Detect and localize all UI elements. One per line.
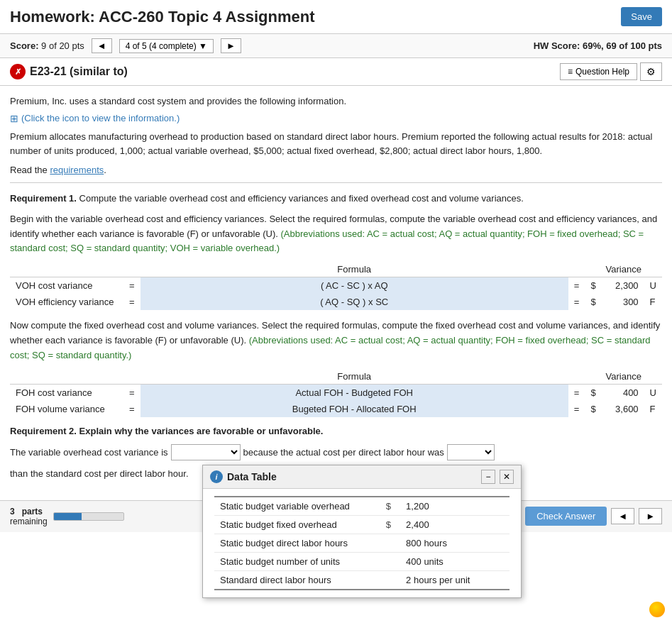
foh-cost-label: FOH cost variance [10, 384, 123, 401]
variance-header: Variance [585, 262, 662, 277]
modal-close-button[interactable]: ✕ [500, 470, 514, 484]
dt-val-1: 1,200 [400, 497, 509, 516]
modal-body: Static budget variable overhead $ 1,200 … [203, 489, 521, 532]
variance-type-select[interactable]: favorable unfavorable [171, 444, 241, 460]
page-title: Homework: ACC-260 Topic 4 Assignment [10, 8, 314, 26]
req2-title: Requirement 2. Explain why the variances… [10, 426, 662, 436]
req2-text2: because the actual cost per direct labor… [243, 443, 444, 462]
modal-title-area: i Data Table [210, 470, 277, 483]
remaining-label: remaining [10, 517, 48, 526]
next-question-button[interactable]: ► [221, 38, 241, 53]
dt-val-2: 2,400 [400, 516, 509, 532]
foh-variance-header: Variance [585, 369, 662, 385]
dt-label-2: Static budget fixed overhead [214, 516, 377, 532]
table-row: Static budget fixed overhead $ 2,400 [214, 516, 509, 532]
modal-minimize-button[interactable]: − [481, 470, 495, 484]
voh-table: Formula Variance VOH cost variance = ( A… [10, 262, 662, 310]
voh-cost-label: VOH cost variance [10, 277, 123, 294]
footer-right: Check Answer ◄ ► [525, 507, 662, 526]
score-label: Score: 9 of 20 pts [10, 40, 84, 51]
dt-sym-1: $ [377, 497, 400, 516]
table-row: FOH volume variance = Bugeted FOH - Allo… [10, 401, 662, 417]
foh-formula-header: Formula [141, 369, 568, 385]
hw-score: HW Score: 69%, 69 of 100 pts [534, 40, 662, 51]
footer-next-button[interactable]: ► [639, 508, 662, 524]
question-header: ✗ E23-21 (similar to) ≡ Question Help ⚙ [0, 58, 672, 86]
foh-table: Formula Variance FOH cost variance = Act… [10, 369, 662, 417]
score-left: Score: 9 of 20 pts ◄ 4 of 5 (4 complete)… [10, 38, 241, 53]
page-header: Homework: ACC-260 Topic 4 Assignment Sav… [0, 0, 672, 34]
prev-question-button[interactable]: ◄ [92, 38, 112, 53]
read-requirements: Read the requirements. [10, 165, 662, 175]
foh-cost-formula: Actual FOH - Budgeted FOH [141, 384, 568, 401]
settings-button[interactable]: ⚙ [640, 62, 662, 81]
parts-label: 3 parts [10, 507, 48, 517]
question-help-button[interactable]: ≡ Question Help [560, 63, 637, 80]
dt-label-1: Static budget variable overhead [214, 497, 377, 516]
question-id: ✗ E23-21 (similar to) [10, 64, 128, 79]
icon-link[interactable]: ⊞ (Click the icon to view the informatio… [10, 113, 662, 124]
modal-header: i Data Table − ✕ [203, 465, 521, 489]
progress-bar-fill [54, 513, 82, 520]
grid-icon: ⊞ [10, 113, 18, 124]
score-bar: Score: 9 of 20 pts ◄ 4 of 5 (4 complete)… [0, 34, 672, 58]
formula-header: Formula [141, 262, 568, 277]
req2-text1: The variable overhead cost variance is [10, 443, 168, 462]
question-header-right: ≡ Question Help ⚙ [560, 62, 662, 81]
progress-bar [53, 512, 124, 521]
modal-controls: − ✕ [481, 470, 514, 484]
actual-info-text: Premium allocates manufacturing overhead… [10, 130, 662, 160]
req2-text3: than the standard cost per direct labor … [10, 465, 189, 483]
data-table: Static budget variable overhead $ 1,200 … [214, 496, 509, 532]
table-row: Static budget variable overhead $ 1,200 [214, 497, 509, 516]
save-button[interactable]: Save [621, 7, 662, 26]
info-icon: i [210, 470, 223, 483]
voh-cost-formula: ( AC - SC ) x AQ [141, 277, 568, 294]
voh-eff-label: VOH efficiency variance [10, 294, 123, 310]
cost-comparison-select[interactable]: higher lower [447, 444, 495, 460]
foh-vol-label: FOH volume variance [10, 401, 123, 417]
footer-prev-button[interactable]: ◄ [611, 508, 634, 524]
foh-vol-formula: Bugeted FOH - Allocated FOH [141, 401, 568, 417]
table-row: FOH cost variance = Actual FOH - Budgete… [10, 384, 662, 401]
main-content: Premium, Inc. uses a standard cost syste… [0, 86, 672, 500]
table-row: VOH efficiency variance = ( AQ - SQ ) x … [10, 294, 662, 310]
requirements-link[interactable]: requirements [50, 165, 104, 175]
req1-title-line: Requirement 1. Compute the variable over… [10, 192, 662, 206]
table-row: VOH cost variance = ( AC - SC ) x AQ = $… [10, 277, 662, 294]
list-icon: ≡ [568, 67, 573, 77]
icon-link-text: (Click the icon to view the information.… [21, 113, 180, 123]
requirement-1: Requirement 1. Compute the variable over… [10, 192, 662, 417]
req1-begin-text: Begin with the variable overhead cost an… [10, 212, 662, 256]
question-id-text: E23-21 (similar to) [30, 65, 128, 78]
modal-title: Data Table [227, 471, 277, 482]
question-dropdown[interactable]: 4 of 5 (4 complete) ▼ [119, 39, 214, 53]
req1-foh-intro: Now compute the fixed overhead cost and … [10, 319, 662, 363]
data-table-modal: i Data Table − ✕ Static budget variable … [202, 465, 522, 532]
question-status-icon: ✗ [10, 64, 26, 79]
parts-info: 3 parts remaining [10, 507, 124, 526]
dt-sym-2: $ [377, 516, 400, 532]
voh-eff-formula: ( AQ - SQ ) x SC [141, 294, 568, 310]
check-answer-button[interactable]: Check Answer [525, 507, 607, 526]
intro-text: Premium, Inc. uses a standard cost syste… [10, 94, 662, 109]
